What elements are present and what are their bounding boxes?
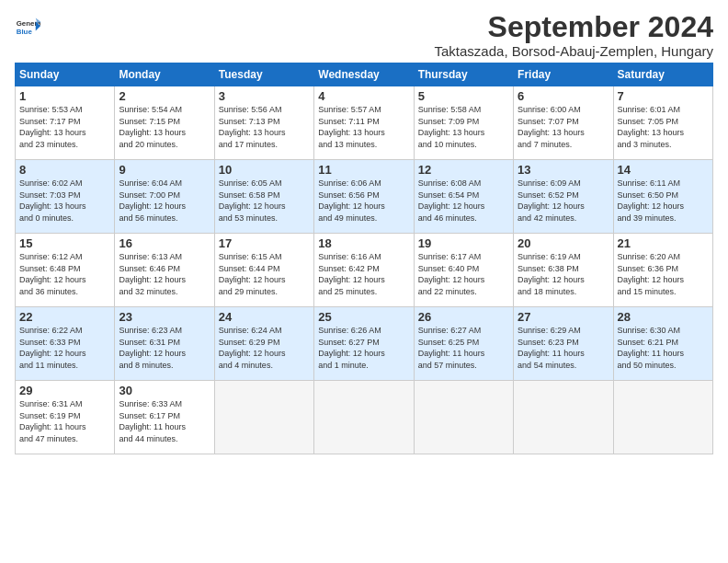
day-info: Sunrise: 6:20 AM Sunset: 6:36 PM Dayligh…: [618, 251, 709, 297]
day-info: Sunrise: 6:19 AM Sunset: 6:38 PM Dayligh…: [518, 251, 609, 297]
calendar-cell: 13Sunrise: 6:09 AM Sunset: 6:52 PM Dayli…: [514, 160, 613, 234]
day-info: Sunrise: 6:09 AM Sunset: 6:52 PM Dayligh…: [518, 178, 609, 224]
calendar-cell: 20Sunrise: 6:19 AM Sunset: 6:38 PM Dayli…: [514, 234, 613, 307]
calendar-header-row: SundayMondayTuesdayWednesdayThursdayFrid…: [16, 63, 713, 86]
header-tuesday: Tuesday: [214, 63, 313, 86]
day-number: 15: [19, 236, 110, 250]
calendar-cell: 10Sunrise: 6:05 AM Sunset: 6:58 PM Dayli…: [214, 160, 313, 234]
calendar-cell: 15Sunrise: 6:12 AM Sunset: 6:48 PM Dayli…: [16, 234, 115, 307]
day-number: 8: [19, 163, 110, 177]
calendar-cell: 7Sunrise: 6:01 AM Sunset: 7:05 PM Daylig…: [613, 86, 712, 160]
calendar-cell: 16Sunrise: 6:13 AM Sunset: 6:46 PM Dayli…: [115, 234, 214, 307]
calendar-cell: 21Sunrise: 6:20 AM Sunset: 6:36 PM Dayli…: [613, 234, 712, 307]
day-info: Sunrise: 6:15 AM Sunset: 6:44 PM Dayligh…: [219, 251, 310, 297]
calendar-cell: 29Sunrise: 6:31 AM Sunset: 6:19 PM Dayli…: [16, 381, 115, 454]
day-number: 4: [318, 89, 409, 103]
day-number: 6: [518, 89, 609, 103]
calendar: SundayMondayTuesdayWednesdayThursdayFrid…: [15, 63, 713, 454]
day-info: Sunrise: 6:06 AM Sunset: 6:56 PM Dayligh…: [318, 178, 409, 224]
day-number: 30: [119, 384, 210, 397]
calendar-cell: 4Sunrise: 5:57 AM Sunset: 7:11 PM Daylig…: [314, 86, 414, 160]
location-title: Taktaszada, Borsod-Abauj-Zemplen, Hungar…: [435, 43, 714, 59]
calendar-cell: 22Sunrise: 6:22 AM Sunset: 6:33 PM Dayli…: [16, 307, 115, 381]
day-number: 9: [119, 163, 210, 177]
calendar-cell: 28Sunrise: 6:30 AM Sunset: 6:21 PM Dayli…: [613, 307, 712, 381]
day-info: Sunrise: 6:01 AM Sunset: 7:05 PM Dayligh…: [618, 104, 709, 150]
calendar-cell: 1Sunrise: 5:53 AM Sunset: 7:17 PM Daylig…: [16, 86, 115, 160]
day-number: 14: [618, 163, 709, 177]
day-number: 24: [219, 310, 310, 324]
title-block: September 2024 Taktaszada, Borsod-Abauj-…: [435, 11, 714, 59]
calendar-cell: 18Sunrise: 6:16 AM Sunset: 6:42 PM Dayli…: [314, 234, 414, 307]
day-number: 5: [418, 89, 509, 103]
day-number: 7: [618, 89, 709, 103]
day-number: 21: [618, 236, 709, 250]
day-number: 1: [19, 89, 110, 103]
day-info: Sunrise: 6:12 AM Sunset: 6:48 PM Dayligh…: [19, 251, 110, 297]
day-number: 12: [418, 163, 509, 177]
day-number: 19: [418, 236, 509, 250]
calendar-cell: 17Sunrise: 6:15 AM Sunset: 6:44 PM Dayli…: [214, 234, 313, 307]
day-number: 23: [119, 310, 210, 324]
calendar-cell: [613, 381, 712, 454]
logo-icon: General Blue: [15, 15, 40, 40]
calendar-cell: [314, 381, 414, 454]
calendar-cell: [414, 381, 513, 454]
day-number: 13: [518, 163, 609, 177]
day-info: Sunrise: 6:23 AM Sunset: 6:31 PM Dayligh…: [119, 325, 210, 371]
calendar-cell: 19Sunrise: 6:17 AM Sunset: 6:40 PM Dayli…: [414, 234, 513, 307]
day-info: Sunrise: 6:30 AM Sunset: 6:21 PM Dayligh…: [618, 325, 709, 371]
calendar-cell: [214, 381, 313, 454]
calendar-cell: 12Sunrise: 6:08 AM Sunset: 6:54 PM Dayli…: [414, 160, 513, 234]
day-info: Sunrise: 6:33 AM Sunset: 6:17 PM Dayligh…: [119, 398, 210, 444]
month-title: September 2024: [435, 11, 714, 43]
calendar-week-2: 8Sunrise: 6:02 AM Sunset: 7:03 PM Daylig…: [16, 160, 713, 234]
day-number: 29: [19, 384, 110, 397]
day-info: Sunrise: 6:16 AM Sunset: 6:42 PM Dayligh…: [318, 251, 409, 297]
day-number: 26: [418, 310, 509, 324]
day-info: Sunrise: 6:26 AM Sunset: 6:27 PM Dayligh…: [318, 325, 409, 371]
logo: General Blue: [15, 15, 40, 40]
day-number: 16: [119, 236, 210, 250]
day-info: Sunrise: 5:54 AM Sunset: 7:15 PM Dayligh…: [119, 104, 210, 150]
day-info: Sunrise: 6:11 AM Sunset: 6:50 PM Dayligh…: [618, 178, 709, 224]
day-info: Sunrise: 6:04 AM Sunset: 7:00 PM Dayligh…: [119, 178, 210, 224]
day-number: 2: [119, 89, 210, 103]
calendar-cell: 24Sunrise: 6:24 AM Sunset: 6:29 PM Dayli…: [214, 307, 313, 381]
calendar-week-5: 29Sunrise: 6:31 AM Sunset: 6:19 PM Dayli…: [16, 381, 713, 454]
day-info: Sunrise: 6:13 AM Sunset: 6:46 PM Dayligh…: [119, 251, 210, 297]
calendar-cell: 27Sunrise: 6:29 AM Sunset: 6:23 PM Dayli…: [514, 307, 613, 381]
calendar-cell: 5Sunrise: 5:58 AM Sunset: 7:09 PM Daylig…: [414, 86, 513, 160]
calendar-cell: 6Sunrise: 6:00 AM Sunset: 7:07 PM Daylig…: [514, 86, 613, 160]
day-info: Sunrise: 5:58 AM Sunset: 7:09 PM Dayligh…: [418, 104, 509, 150]
calendar-cell: 25Sunrise: 6:26 AM Sunset: 6:27 PM Dayli…: [314, 307, 414, 381]
day-number: 10: [219, 163, 310, 177]
calendar-week-3: 15Sunrise: 6:12 AM Sunset: 6:48 PM Dayli…: [16, 234, 713, 307]
header-sunday: Sunday: [16, 63, 115, 86]
calendar-cell: 8Sunrise: 6:02 AM Sunset: 7:03 PM Daylig…: [16, 160, 115, 234]
day-number: 3: [219, 89, 310, 103]
day-info: Sunrise: 6:24 AM Sunset: 6:29 PM Dayligh…: [219, 325, 310, 371]
day-info: Sunrise: 5:53 AM Sunset: 7:17 PM Dayligh…: [19, 104, 110, 150]
day-info: Sunrise: 6:00 AM Sunset: 7:07 PM Dayligh…: [518, 104, 609, 150]
header-thursday: Thursday: [414, 63, 513, 86]
day-info: Sunrise: 6:29 AM Sunset: 6:23 PM Dayligh…: [518, 325, 609, 371]
calendar-cell: 30Sunrise: 6:33 AM Sunset: 6:17 PM Dayli…: [115, 381, 214, 454]
day-info: Sunrise: 6:22 AM Sunset: 6:33 PM Dayligh…: [19, 325, 110, 371]
calendar-cell: 23Sunrise: 6:23 AM Sunset: 6:31 PM Dayli…: [115, 307, 214, 381]
day-number: 25: [318, 310, 409, 324]
calendar-cell: 14Sunrise: 6:11 AM Sunset: 6:50 PM Dayli…: [613, 160, 712, 234]
svg-text:Blue: Blue: [17, 28, 33, 36]
calendar-cell: [514, 381, 613, 454]
day-number: 22: [19, 310, 110, 324]
day-number: 28: [618, 310, 709, 324]
day-number: 11: [318, 163, 409, 177]
header-wednesday: Wednesday: [314, 63, 414, 86]
day-number: 27: [518, 310, 609, 324]
calendar-cell: 11Sunrise: 6:06 AM Sunset: 6:56 PM Dayli…: [314, 160, 414, 234]
header-friday: Friday: [514, 63, 613, 86]
calendar-cell: 9Sunrise: 6:04 AM Sunset: 7:00 PM Daylig…: [115, 160, 214, 234]
day-info: Sunrise: 6:08 AM Sunset: 6:54 PM Dayligh…: [418, 178, 509, 224]
day-info: Sunrise: 6:02 AM Sunset: 7:03 PM Dayligh…: [19, 178, 110, 224]
header-monday: Monday: [115, 63, 214, 86]
